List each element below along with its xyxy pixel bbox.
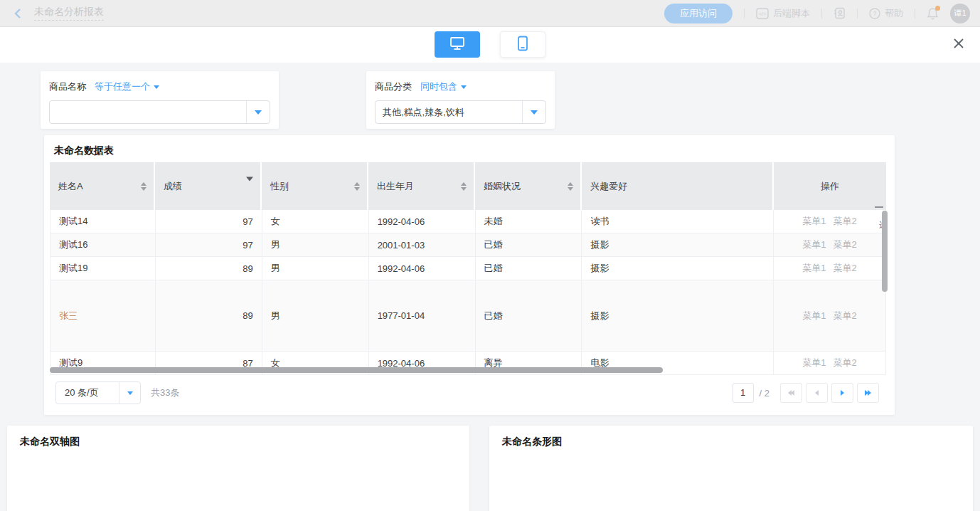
data-table: 姓名A 成绩 性别 出生年月 婚姻状况 [50, 162, 886, 375]
app-access-button[interactable]: 应用访问 [664, 4, 733, 23]
column-header-gender[interactable]: 性别 [262, 162, 368, 210]
cell-actions: 菜单1 菜单2 [774, 210, 886, 233]
filter-card-product-category: 商品分类 同时包含 其他,糕点,辣条,饮料 [366, 71, 555, 129]
column-label: 兴趣爱好 [590, 180, 627, 193]
cell-actions: 菜单1 菜单2 [774, 352, 886, 375]
divider [821, 9, 822, 19]
total-count: 共33条 [151, 386, 179, 399]
menu2-link[interactable]: 菜单2 [833, 238, 857, 251]
bar-chart-card: 未命名条形图 [489, 426, 973, 511]
notifications-button[interactable] [927, 7, 939, 20]
cell-hobby: 读书 [582, 210, 774, 233]
divider [857, 9, 858, 19]
double-chevron-right-icon [865, 390, 871, 396]
cell-birth: 1992-04-06 [369, 210, 476, 233]
report-preview-page: 未命名分析报表 应用访问 </> 后端脚本 ? 帮助 [0, 0, 980, 511]
sort-desc-icon [246, 181, 253, 191]
address-book-button[interactable] [833, 7, 846, 19]
cell-name: 测试19 [50, 257, 156, 280]
chevron-down-icon [255, 110, 262, 115]
next-page-button[interactable] [831, 383, 853, 403]
help-button[interactable]: ? 帮助 [869, 7, 903, 20]
first-page-button[interactable] [780, 383, 802, 403]
device-toggle [435, 31, 545, 58]
cell-birth: 1977-01-04 [369, 280, 476, 352]
chevron-down-icon [531, 110, 538, 115]
chevron-down-icon [461, 85, 467, 89]
column-header-score[interactable]: 成绩 [155, 162, 262, 210]
double-chevron-left-icon [788, 390, 794, 396]
column-label: 操作 [821, 180, 839, 193]
close-preview-button[interactable] [950, 36, 967, 53]
table-row: 测试14 97 女 1992-04-06 未婚 读书 菜单1 菜单2 [50, 210, 886, 233]
select-arrow-area [246, 101, 270, 123]
sort-icon [141, 182, 147, 191]
filter-head: 商品分类 同时包含 [375, 80, 546, 93]
cell-name: 测试16 [50, 233, 156, 257]
sort-icon [461, 182, 467, 191]
select-arrow-area [522, 101, 545, 123]
avatar[interactable]: 谭1 [950, 4, 970, 23]
menu2-link[interactable]: 菜单2 [833, 310, 857, 322]
chevron-right-icon [841, 390, 844, 396]
page-size-value: 20 条/页 [56, 382, 119, 404]
filter-value-text: 其他,糕点,辣条,饮料 [376, 101, 522, 123]
horizontal-scrollbar[interactable] [50, 367, 663, 373]
cell-gender: 男 [262, 280, 369, 352]
cell-name: 测试14 [50, 210, 156, 233]
chevron-down-icon [154, 85, 159, 89]
column-label: 出生年月 [377, 180, 414, 193]
last-page-button[interactable] [857, 383, 879, 403]
menu1-link[interactable]: 菜单1 [802, 310, 826, 322]
filter-head: 商品名称 等于任意一个 [49, 80, 270, 93]
close-icon [952, 37, 965, 53]
column-label: 性别 [270, 180, 289, 193]
column-header-name[interactable]: 姓名A [50, 162, 155, 210]
menu1-link[interactable]: 菜单1 [802, 262, 826, 275]
filter-value-select[interactable] [49, 100, 270, 124]
column-header-marital[interactable]: 婚姻状况 [475, 162, 582, 210]
cell-actions: 菜单1 菜单2 [774, 233, 886, 257]
table-title: 未命名数据表 [54, 144, 114, 157]
clipped-column-dash [875, 206, 883, 208]
divider [915, 9, 915, 19]
menu2-link[interactable]: 菜单2 [833, 262, 857, 275]
report-title[interactable]: 未命名分析报表 [34, 6, 104, 21]
backend-script-label: 后端脚本 [773, 7, 810, 20]
filter-operator-dropdown[interactable]: 等于任意一个 [95, 80, 159, 93]
chevron-left-icon [815, 390, 819, 396]
pager-controls: 1 / 2 [733, 383, 879, 403]
mobile-view-button[interactable] [500, 31, 545, 58]
menu1-link[interactable]: 菜单1 [802, 215, 826, 228]
table-row: 测试16 97 男 2001-01-03 已婚 摄影 菜单1 菜单2 [50, 233, 886, 257]
cell-hobby: 摄影 [582, 233, 774, 257]
column-header-actions: 操作 [774, 162, 886, 210]
desktop-view-button[interactable] [435, 31, 480, 58]
notification-dot [935, 6, 940, 11]
menu1-link[interactable]: 菜单1 [802, 238, 826, 251]
chart-title: 未命名双轴图 [20, 436, 80, 448]
backend-script-button[interactable]: </> 后端脚本 [756, 7, 810, 20]
page-size-select[interactable]: 20 条/页 [55, 381, 141, 404]
prev-page-button[interactable] [806, 383, 828, 403]
filter-value-select[interactable]: 其他,糕点,辣条,饮料 [375, 100, 546, 124]
menu1-link[interactable]: 菜单1 [802, 357, 826, 369]
mobile-icon [517, 36, 528, 54]
page-number-input[interactable]: 1 [733, 383, 754, 403]
menu2-link[interactable]: 菜单2 [833, 357, 857, 369]
cell-score: 89 [156, 280, 262, 352]
question-circle-icon: ? [869, 8, 880, 19]
chevron-down-icon [127, 391, 133, 395]
table-body: 测试14 97 女 1992-04-06 未婚 读书 菜单1 菜单2 测试16 … [50, 210, 886, 375]
back-button[interactable] [13, 8, 23, 19]
filter-operator-dropdown[interactable]: 同时包含 [420, 80, 467, 93]
column-label: 成绩 [164, 180, 182, 193]
cell-birth: 1992-04-06 [369, 257, 476, 280]
header-actions: 应用访问 </> 后端脚本 ? 帮助 [664, 4, 980, 23]
column-header-birth[interactable]: 出生年月 [368, 162, 475, 210]
cell-score: 97 [156, 210, 262, 233]
name-link[interactable]: 张三 [59, 310, 78, 322]
sort-icon [354, 182, 360, 191]
vertical-scrollbar[interactable] [882, 211, 888, 292]
menu2-link[interactable]: 菜单2 [833, 215, 857, 228]
